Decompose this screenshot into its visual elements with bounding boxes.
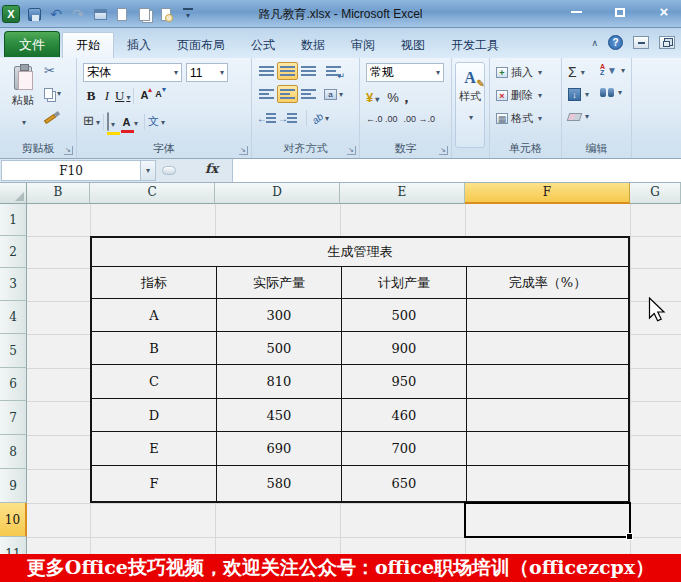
format-painter-button[interactable] bbox=[44, 108, 61, 124]
paste-button[interactable]: 粘贴 bbox=[5, 62, 41, 140]
table-cell[interactable]: 900 bbox=[342, 332, 467, 365]
help-icon[interactable]: ? bbox=[608, 35, 623, 50]
redo-icon[interactable]: ↷ bbox=[70, 6, 86, 22]
styles-button[interactable]: A 样式 bbox=[455, 62, 485, 148]
autosum-button[interactable]: Σ bbox=[568, 64, 585, 80]
row-header-4[interactable]: 4 bbox=[0, 301, 27, 334]
tab-review[interactable]: 审阅 bbox=[338, 32, 388, 58]
table-cell[interactable]: F bbox=[92, 466, 217, 501]
align-left-icon[interactable] bbox=[256, 85, 277, 103]
row-header-5[interactable]: 5 bbox=[0, 334, 27, 368]
percent-icon[interactable]: % bbox=[387, 90, 399, 105]
table-cell[interactable]: 450 bbox=[217, 399, 342, 432]
table-cell[interactable] bbox=[467, 332, 628, 365]
cut-button[interactable]: ✂ bbox=[44, 62, 61, 78]
name-box[interactable]: F10 bbox=[1, 160, 141, 181]
name-box-dropdown-icon[interactable]: ▾ bbox=[141, 160, 156, 181]
column-header-C[interactable]: C bbox=[90, 183, 215, 204]
table-cell[interactable]: 700 bbox=[342, 432, 467, 466]
tab-file[interactable]: 文件 bbox=[4, 31, 60, 57]
table-cell[interactable]: 950 bbox=[342, 365, 467, 399]
column-header-D[interactable]: D bbox=[215, 183, 340, 204]
find-select-button[interactable] bbox=[600, 88, 622, 97]
table-cell[interactable] bbox=[467, 466, 628, 501]
table-cell[interactable]: 460 bbox=[342, 399, 467, 432]
minimize-button[interactable] bbox=[565, 5, 587, 19]
bold-button[interactable]: B bbox=[83, 88, 99, 104]
table-cell[interactable]: 580 bbox=[217, 466, 342, 501]
row-header-2[interactable]: 2 bbox=[0, 236, 27, 268]
tab-home[interactable]: 开始 bbox=[62, 32, 114, 58]
fill-button[interactable]: ↓ bbox=[568, 88, 589, 101]
workbook-minimize-button[interactable] bbox=[633, 36, 649, 49]
production-table[interactable]: 生成管理表 指标 实际产量 计划产量 完成率（%） A 300 500 B 50… bbox=[90, 236, 630, 503]
insert-cells-button[interactable]: + 插入 bbox=[496, 64, 542, 81]
tab-formulas[interactable]: 公式 bbox=[238, 32, 288, 58]
align-right-icon[interactable] bbox=[298, 85, 319, 103]
underline-button[interactable]: U bbox=[115, 88, 130, 104]
row-header-3[interactable]: 3 bbox=[0, 268, 27, 301]
table-cell[interactable]: B bbox=[92, 332, 217, 365]
table-cell[interactable]: 300 bbox=[217, 299, 342, 332]
row-header-6[interactable]: 6 bbox=[0, 368, 27, 401]
tab-data[interactable]: 数据 bbox=[288, 32, 338, 58]
table-cell[interactable]: 500 bbox=[342, 299, 467, 332]
table-cell[interactable]: E bbox=[92, 432, 217, 466]
tab-view[interactable]: 视图 bbox=[388, 32, 438, 58]
undo-icon[interactable]: ↶ bbox=[48, 6, 64, 22]
column-header-F[interactable]: F bbox=[465, 183, 630, 204]
insert-function-button[interactable]: fx bbox=[205, 161, 218, 176]
align-middle-icon[interactable] bbox=[277, 62, 298, 80]
align-center-icon[interactable] bbox=[277, 85, 298, 103]
borders-icon[interactable]: ⊞ bbox=[83, 114, 100, 129]
table-cell[interactable]: D bbox=[92, 399, 217, 432]
table-cell[interactable] bbox=[467, 365, 628, 399]
orientation-icon[interactable]: ab bbox=[310, 109, 331, 127]
workbook-restore-button[interactable] bbox=[659, 36, 675, 49]
copy-button[interactable] bbox=[44, 85, 61, 101]
tab-page-layout[interactable]: 页面布局 bbox=[164, 32, 238, 58]
table-cell[interactable]: A bbox=[92, 299, 217, 332]
table-cell[interactable]: C bbox=[92, 365, 217, 399]
formula-input[interactable] bbox=[232, 159, 681, 182]
font-name-select[interactable]: 宋体 bbox=[83, 63, 182, 82]
excel-logo-icon[interactable]: X bbox=[2, 5, 20, 23]
decrease-font-icon[interactable]: A▼ bbox=[151, 89, 165, 104]
row-header-9[interactable]: 9 bbox=[0, 469, 27, 503]
decrease-decimal-icon[interactable]: .00 →.0 bbox=[404, 114, 436, 124]
table-cell[interactable]: 690 bbox=[217, 432, 342, 466]
currency-icon[interactable]: ¥ bbox=[366, 90, 379, 105]
font-color-icon[interactable]: A bbox=[121, 112, 138, 131]
table-cell[interactable]: 500 bbox=[217, 332, 342, 365]
switch-windows-icon[interactable] bbox=[92, 6, 108, 22]
tab-developer[interactable]: 开发工具 bbox=[438, 32, 512, 58]
column-header-E[interactable]: E bbox=[340, 183, 465, 204]
maximize-button[interactable] bbox=[609, 5, 631, 19]
wrap-text-icon[interactable] bbox=[323, 62, 344, 80]
table-cell[interactable]: 810 bbox=[217, 365, 342, 399]
phonetic-guide-icon[interactable]: 文 bbox=[148, 114, 165, 129]
table-cell[interactable] bbox=[467, 299, 628, 332]
font-size-select[interactable]: 11 bbox=[186, 63, 228, 82]
collapse-ribbon-icon[interactable]: ∧ bbox=[591, 38, 598, 48]
select-all-corner[interactable] bbox=[0, 183, 27, 204]
format-cells-button[interactable]: ▦ 格式 bbox=[496, 110, 542, 127]
delete-cells-button[interactable]: × 删除 bbox=[496, 87, 542, 104]
sort-filter-button[interactable]: AZ ▼ bbox=[600, 64, 625, 76]
row-header-7[interactable]: 7 bbox=[0, 401, 27, 435]
align-top-icon[interactable] bbox=[256, 62, 277, 80]
column-header-B[interactable]: B bbox=[27, 183, 90, 204]
tab-insert[interactable]: 插入 bbox=[114, 32, 164, 58]
table-cell[interactable]: 650 bbox=[342, 466, 467, 501]
number-format-select[interactable]: 常规 bbox=[366, 63, 444, 82]
row-header-10[interactable]: 10 bbox=[0, 503, 27, 537]
increase-font-icon[interactable]: A▲ bbox=[137, 89, 151, 104]
fill-color-icon[interactable] bbox=[107, 113, 115, 131]
column-header-G[interactable]: G bbox=[630, 183, 681, 204]
merge-center-icon[interactable]: a bbox=[323, 85, 344, 103]
comma-style-icon[interactable]: ， bbox=[399, 88, 414, 107]
row-header-8[interactable]: 8 bbox=[0, 435, 27, 469]
table-cell[interactable] bbox=[467, 432, 628, 466]
active-cell-F10[interactable] bbox=[464, 502, 631, 538]
worksheet-grid[interactable]: B C D E F G 1 2 3 4 5 6 7 8 9 10 11 bbox=[0, 183, 681, 582]
